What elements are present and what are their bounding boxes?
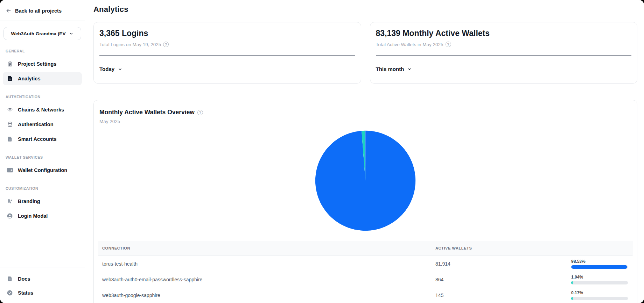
sidebar-item-label: Wallet Configuration [18, 167, 67, 173]
connection-name: torus-test-health [98, 261, 431, 267]
sidebar-item-status[interactable]: Status [3, 286, 82, 300]
section-label-customization: CUSTOMIZATION [6, 186, 79, 190]
percent-bar [571, 281, 628, 284]
connections-table: CONNECTION ACTIVE WALLETS torus-test-hea… [98, 241, 633, 303]
active-wallets-pie-chart[interactable] [98, 130, 633, 232]
active-wallets-value: 145 [431, 293, 571, 298]
sidebar-item-wallet-configuration[interactable]: Wallet Configuration [3, 164, 82, 177]
percent-bar [571, 297, 628, 300]
sidebar-item-chains-networks[interactable]: Chains & Networks [3, 103, 82, 116]
docs-icon [6, 275, 13, 282]
sidebar-divider [0, 21, 85, 21]
column-header-active-wallets: ACTIVE WALLETS [431, 246, 571, 250]
sidebar-item-label: Login Modal [18, 213, 48, 219]
page-title: Analytics [93, 5, 637, 14]
table-row[interactable]: torus-test-health 81,914 98.53% [98, 256, 633, 272]
sidebar-item-label: Branding [18, 199, 40, 204]
overview-title: Monthly Active Wallets Overview [99, 109, 195, 116]
back-to-projects-link[interactable]: Back to all projects [0, 0, 85, 21]
stats-row: 3,365 Logins Total Logins on May 19, 202… [93, 22, 637, 84]
chevron-down-icon [118, 67, 122, 71]
active-wallets-count: 83,139 Monthly Active Wallets [376, 29, 632, 38]
sidebar-footer: Docs Status [0, 267, 85, 303]
chevron-down-icon [407, 67, 412, 71]
column-header-connection: CONNECTION [98, 246, 431, 250]
table-row[interactable]: web3auth-google-sapphire 145 0.17% [98, 287, 633, 303]
logins-count: 3,365 Logins [99, 29, 355, 38]
section-label-general: GENERAL [6, 49, 79, 53]
sidebar-item-project-settings[interactable]: Project Settings [3, 57, 82, 71]
active-wallets-range-select[interactable]: This month [376, 66, 412, 72]
sidebar-item-label: Chains & Networks [18, 107, 64, 113]
table-header-row: CONNECTION ACTIVE WALLETS [98, 241, 633, 256]
percent-bar [571, 265, 628, 269]
card-divider [376, 55, 632, 56]
sidebar-divider [0, 267, 85, 267]
logins-card: 3,365 Logins Total Logins on May 19, 202… [93, 22, 361, 84]
database-icon [6, 121, 13, 128]
clipboard-icon [6, 60, 13, 67]
wallet-icon [6, 167, 13, 174]
connection-name: web3auth-google-sapphire [98, 293, 431, 298]
project-selector-value: Web3Auth Grandma (EV [11, 31, 66, 36]
active-wallets-card: 83,139 Monthly Active Wallets Total Acti… [370, 22, 638, 84]
sidebar-item-branding[interactable]: Branding [3, 195, 82, 208]
help-icon[interactable]: ? [197, 110, 203, 115]
help-icon[interactable]: ? [163, 42, 169, 47]
table-row[interactable]: web3auth-auth0-email-passwordless-sapphi… [98, 272, 633, 287]
wallets-overview-card: Monthly Active Wallets Overview ? May 20… [93, 100, 637, 303]
sidebar-item-smart-accounts[interactable]: Smart Accounts [3, 132, 82, 146]
percent-label: 98.53% [571, 259, 632, 264]
sidebar-item-login-modal[interactable]: Login Modal [3, 209, 82, 223]
range-value: Today [99, 66, 114, 72]
sidebar: Back to all projects Web3Auth Grandma (E… [0, 0, 85, 303]
sidebar-item-label: Docs [18, 276, 30, 282]
connection-name: web3auth-auth0-email-passwordless-sapphi… [98, 277, 431, 282]
section-label-wallet-services: WALLET SERVICES [6, 155, 79, 159]
main-content: Analytics 3,365 Logins Total Logins on M… [85, 0, 644, 303]
back-link-label: Back to all projects [15, 8, 62, 14]
sidebar-item-label: Analytics [18, 76, 40, 81]
sidebar-item-label: Project Settings [18, 61, 56, 67]
sidebar-item-label: Authentication [18, 122, 54, 127]
check-circle-icon [6, 289, 13, 296]
range-value: This month [376, 66, 404, 72]
brush-icon [6, 198, 13, 205]
sidebar-item-analytics[interactable]: Analytics [3, 72, 82, 85]
active-wallets-value: 81,914 [431, 261, 571, 267]
project-selector[interactable]: Web3Auth Grandma (EV [4, 27, 81, 40]
file-icon [6, 136, 13, 143]
card-divider [99, 55, 355, 56]
sidebar-item-authentication[interactable]: Authentication [3, 118, 82, 131]
wifi-icon [6, 106, 13, 113]
user-circle-icon [6, 212, 13, 219]
help-icon[interactable]: ? [446, 42, 451, 47]
sidebar-item-label: Smart Accounts [18, 136, 57, 142]
section-label-authentication: AUTHENTICATION [6, 95, 79, 99]
back-arrow-icon [6, 8, 12, 14]
analytics-icon [6, 75, 13, 82]
chevron-down-icon [69, 31, 74, 36]
app-window: Back to all projects Web3Auth Grandma (E… [0, 0, 644, 303]
active-wallets-subtitle: Total Active Wallets in May 2025 [376, 42, 443, 47]
logins-subtitle: Total Logins on May 19, 2025 [99, 42, 161, 47]
sidebar-item-docs[interactable]: Docs [3, 272, 82, 286]
percent-label: 1.04% [571, 275, 632, 280]
percent-label: 0.17% [571, 290, 632, 295]
overview-subtitle: May 2025 [99, 119, 631, 124]
pie-chart-svg [314, 130, 416, 232]
logins-range-select[interactable]: Today [99, 66, 122, 72]
sidebar-item-label: Status [18, 290, 33, 296]
active-wallets-value: 864 [431, 277, 571, 282]
